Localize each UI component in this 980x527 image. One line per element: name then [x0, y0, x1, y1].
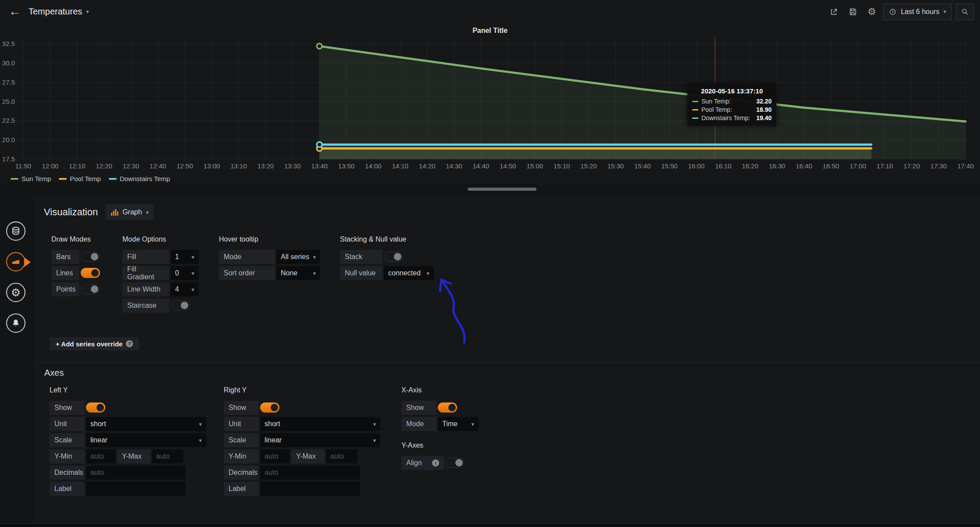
chevron-down-icon: ▾ — [313, 254, 316, 260]
left-y-group: Left Y Show Unit short▾ Scale linear▾ Y-… — [50, 386, 206, 498]
svg-text:13:50: 13:50 — [338, 162, 355, 170]
left-y-show-toggle[interactable] — [86, 402, 105, 413]
visualization-type-picker[interactable]: Graph ▾ — [106, 204, 154, 220]
svg-text:16:30: 16:30 — [769, 162, 786, 170]
tab-alert[interactable] — [6, 313, 25, 333]
bars-toggle[interactable] — [81, 252, 100, 262]
active-tab-arrow-icon — [24, 257, 31, 267]
right-y-min-input[interactable] — [260, 449, 290, 463]
left-y-label-input[interactable] — [86, 482, 186, 496]
chevron-down-icon: ▾ — [191, 254, 194, 260]
panel-editor-tabs: ⚙ — [6, 221, 25, 333]
left-y-decimals-input[interactable] — [86, 466, 186, 480]
x-axis-show-toggle[interactable] — [438, 402, 457, 413]
points-toggle[interactable] — [81, 284, 100, 294]
time-range-picker[interactable]: Last 6 hours ▾ — [883, 4, 952, 20]
chevron-down-icon: ▾ — [191, 270, 194, 277]
right-y-max-input[interactable] — [326, 449, 358, 463]
show-label: Show — [401, 401, 436, 415]
svg-text:14:30: 14:30 — [446, 162, 462, 170]
svg-text:17:40: 17:40 — [957, 162, 974, 170]
staircase-toggle[interactable] — [171, 300, 190, 310]
draw-modes-group: Draw Modes Bars Lines Points — [51, 235, 100, 299]
fill-gradient-row: Fill Gradient 0▾ — [122, 266, 199, 280]
chevron-down-icon: ▾ — [373, 421, 376, 427]
right-y-scale-select[interactable]: linear▾ — [260, 433, 380, 447]
right-y-decimals-input[interactable] — [260, 466, 360, 480]
help-icon[interactable]: ? — [126, 340, 133, 347]
svg-text:12:00: 12:00 — [42, 162, 59, 170]
dashboard-title-dropdown[interactable]: Temperatures ▾ — [29, 7, 89, 17]
left-y-label-row: Label — [50, 482, 206, 496]
legend-item[interactable]: Sun Temp — [11, 175, 51, 182]
scale-label: Scale — [224, 433, 259, 447]
tab-visualization[interactable] — [6, 252, 25, 271]
bell-icon — [11, 318, 21, 328]
magnifier-icon — [961, 7, 969, 16]
chevron-down-icon: ▾ — [426, 270, 429, 277]
right-y-unit-select[interactable]: short▾ — [260, 417, 380, 431]
left-y-max-input[interactable] — [152, 449, 183, 463]
svg-text:14:40: 14:40 — [473, 162, 490, 170]
horizontal-scrollbar[interactable] — [468, 188, 536, 191]
align-label: Align i — [401, 456, 444, 470]
stack-label: Stack — [340, 250, 383, 264]
staircase-row: Staircase — [122, 299, 199, 313]
scale-label: Scale — [50, 433, 85, 447]
temperature-chart[interactable]: 11:5012:0012:1012:2012:3012:4012:5013:00… — [0, 35, 980, 173]
legend-swatch — [59, 178, 67, 180]
info-icon[interactable]: i — [432, 459, 439, 466]
lines-label: Lines — [51, 266, 79, 280]
align-toggle[interactable] — [445, 458, 465, 468]
left-y-scale-select[interactable]: linear▾ — [86, 433, 206, 447]
unit-label: Unit — [50, 417, 85, 431]
svg-text:22.5: 22.5 — [2, 117, 15, 124]
tab-queries[interactable] — [6, 221, 25, 241]
settings-button[interactable]: ⚙ — [864, 4, 879, 19]
graph-panel[interactable]: Panel Title 11:5012:0012:1012:2012:3012:… — [0, 23, 980, 183]
svg-text:32.5: 32.5 — [2, 40, 15, 47]
left-y-scale-row: Scale linear▾ — [50, 433, 206, 447]
tab-general[interactable]: ⚙ — [6, 283, 25, 302]
fill-select[interactable]: 1▾ — [171, 250, 199, 264]
group-title: Left Y — [50, 386, 206, 397]
chevron-down-icon: ▾ — [943, 8, 946, 15]
left-y-min-input[interactable] — [86, 449, 116, 463]
left-y-unit-select[interactable]: short▾ — [86, 417, 206, 431]
database-icon — [11, 226, 21, 236]
legend-label: Sun Temp — [21, 175, 51, 182]
legend-item[interactable]: Downstairs Temp — [109, 175, 170, 182]
add-series-override-button[interactable]: + Add series override ? — [50, 337, 139, 350]
zoom-search-button[interactable] — [956, 4, 974, 20]
line-width-select[interactable]: 4▾ — [171, 282, 199, 296]
right-y-label-input[interactable] — [260, 482, 360, 496]
save-button[interactable] — [845, 4, 860, 19]
null-value-select[interactable]: connected▾ — [384, 266, 434, 280]
sort-order-select[interactable]: None▾ — [276, 266, 320, 280]
visualization-type-value: Graph — [122, 208, 142, 216]
right-y-show-toggle[interactable] — [260, 402, 279, 413]
tooltip-mode-label: Mode — [219, 250, 275, 264]
tooltip-mode-select[interactable]: All series▾ — [276, 250, 320, 264]
group-title: Y-Axes — [401, 442, 479, 452]
svg-text:16:00: 16:00 — [688, 162, 705, 170]
svg-text:15:00: 15:00 — [526, 162, 543, 170]
lines-toggle[interactable] — [81, 268, 100, 278]
sort-order-row: Sort order None▾ — [219, 266, 320, 280]
back-arrow-icon[interactable]: ← — [9, 6, 21, 18]
stack-toggle[interactable] — [384, 252, 403, 262]
x-axis-mode-select[interactable]: Time▾ — [438, 417, 479, 431]
tooltip-row: Sun Temp: 32.20 — [692, 98, 772, 105]
stack-row: Stack — [340, 250, 434, 264]
fill-label: Fill — [122, 250, 169, 264]
gear-icon: ⚙ — [11, 287, 21, 298]
legend-swatch — [109, 178, 117, 180]
group-title: Hover tooltip — [219, 235, 320, 246]
unit-label: Unit — [224, 417, 259, 431]
label-label: Label — [50, 482, 85, 496]
legend-item[interactable]: Pool Temp — [59, 175, 101, 182]
svg-text:17:30: 17:30 — [930, 162, 947, 170]
fill-gradient-select[interactable]: 0▾ — [171, 266, 199, 280]
annotation-arrow — [429, 274, 482, 353]
share-button[interactable] — [826, 4, 841, 19]
